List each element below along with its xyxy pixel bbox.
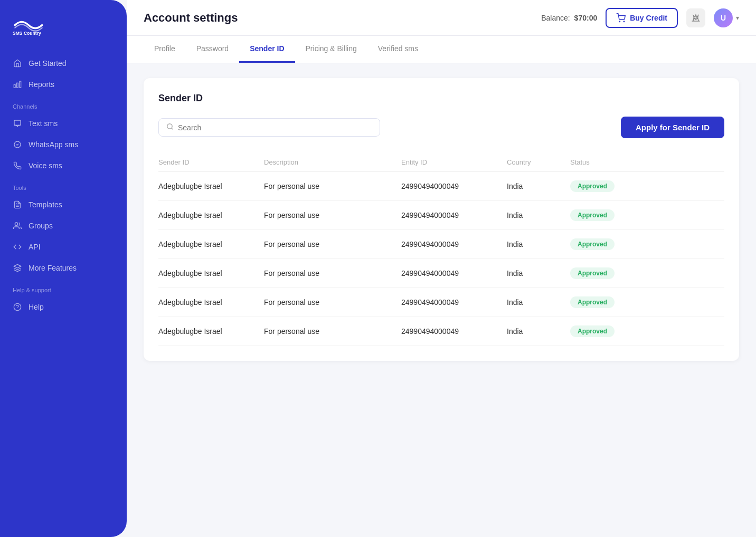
topbar-right: Balance: $70:00 Buy Credit U ▾ <box>541 8 739 28</box>
topbar: Account settings Balance: $70:00 Buy Cre… <box>127 0 756 36</box>
cell-sender-id: Adegbulugbe Israel <box>158 182 264 190</box>
balance-display: Balance: $70:00 <box>541 14 597 22</box>
tab-pricing-billing[interactable]: Pricing & Billing <box>295 36 367 63</box>
sidebar: SMS Country Get Started Reports Channels… <box>0 0 127 537</box>
status-badge: Approved <box>570 267 615 279</box>
search-icon <box>166 123 174 132</box>
logo-area: SMS Country <box>0 0 127 49</box>
sender-id-card: Sender ID Apply for Sender ID Sender ID … <box>144 78 739 361</box>
cell-description: For personal use <box>264 240 401 248</box>
svg-rect-1 <box>20 81 21 88</box>
cell-description: For personal use <box>264 327 401 335</box>
cell-description: For personal use <box>264 269 401 277</box>
table-header: Sender ID Description Entity ID Country … <box>158 153 724 172</box>
message-square-icon <box>13 119 22 128</box>
chevron-down-icon: ▾ <box>736 14 739 22</box>
avatar: U <box>714 8 733 27</box>
cell-country: India <box>507 327 570 335</box>
svg-point-15 <box>167 124 172 129</box>
phone-icon <box>13 161 22 170</box>
status-badge: Approved <box>570 180 615 192</box>
tools-section-label: Tools <box>0 176 127 194</box>
svg-marker-14 <box>694 15 698 19</box>
cell-description: For personal use <box>264 182 401 190</box>
cell-sender-id: Adegbulugbe Israel <box>158 269 264 277</box>
crown-button[interactable] <box>686 8 705 27</box>
sidebar-item-label: Help <box>29 303 44 311</box>
cell-entity-id: 24990494000049 <box>401 182 507 190</box>
col-header-status: Status <box>570 158 634 166</box>
page-title: Account settings <box>144 11 541 25</box>
buy-credit-button[interactable]: Buy Credit <box>606 8 678 28</box>
cell-country: India <box>507 269 570 277</box>
col-header-country: Country <box>507 158 570 166</box>
svg-text:SMS Country: SMS Country <box>13 31 41 36</box>
status-badge: Approved <box>570 296 615 308</box>
apply-for-sender-id-button[interactable]: Apply for Sender ID <box>621 117 724 138</box>
col-header-entity-id: Entity ID <box>401 158 507 166</box>
user-avatar-area[interactable]: U ▾ <box>714 8 739 27</box>
search-input[interactable] <box>178 123 372 132</box>
tab-profile[interactable]: Profile <box>144 36 186 63</box>
col-header-sender-id: Sender ID <box>158 158 264 166</box>
cell-sender-id: Adegbulugbe Israel <box>158 298 264 306</box>
sidebar-item-templates[interactable]: Templates <box>0 194 127 215</box>
sidebar-item-more-features[interactable]: More Features <box>0 257 127 279</box>
sidebar-item-api[interactable]: API <box>0 236 127 257</box>
svg-point-8 <box>15 223 17 225</box>
svg-point-12 <box>619 21 620 22</box>
sidebar-item-reports[interactable]: Reports <box>0 74 127 95</box>
cell-description: For personal use <box>264 298 401 306</box>
sidebar-item-label: Reports <box>29 80 54 89</box>
sidebar-item-text-sms[interactable]: Text sms <box>0 113 127 134</box>
sender-id-title: Sender ID <box>158 93 724 104</box>
code-icon <box>13 242 22 252</box>
sidebar-item-groups[interactable]: Groups <box>0 215 127 236</box>
cell-entity-id: 24990494000049 <box>401 327 507 335</box>
tab-password[interactable]: Password <box>186 36 239 63</box>
sidebar-item-help[interactable]: Help <box>0 296 127 318</box>
sidebar-nav: Get Started Reports Channels Text sms Wh… <box>0 49 127 537</box>
sidebar-item-whatsapp-sms[interactable]: WhatsApp sms <box>0 134 127 155</box>
cell-description: For personal use <box>264 211 401 219</box>
layers-icon <box>13 263 22 273</box>
channels-section-label: Channels <box>0 95 127 113</box>
content-area: Sender ID Apply for Sender ID Sender ID … <box>127 63 756 537</box>
cell-status: Approved <box>570 238 634 250</box>
sidebar-item-voice-sms[interactable]: Voice sms <box>0 155 127 176</box>
cell-sender-id: Adegbulugbe Israel <box>158 211 264 219</box>
cell-country: India <box>507 298 570 306</box>
cell-status: Approved <box>570 296 634 308</box>
cell-country: India <box>507 182 570 190</box>
cell-status: Approved <box>570 325 634 337</box>
cart-icon <box>616 13 626 23</box>
whatsapp-icon <box>13 140 22 149</box>
users-icon <box>13 221 22 231</box>
cell-country: India <box>507 240 570 248</box>
tab-verified-sms[interactable]: Verified sms <box>367 36 429 63</box>
cell-entity-id: 24990494000049 <box>401 298 507 306</box>
sms-country-logo: SMS Country <box>13 15 44 36</box>
file-text-icon <box>13 200 22 209</box>
cell-country: India <box>507 211 570 219</box>
tab-sender-id[interactable]: Sender ID <box>239 36 295 63</box>
home-icon <box>13 59 22 68</box>
sidebar-item-label: Voice sms <box>29 161 62 170</box>
status-badge: Approved <box>570 325 615 337</box>
table-row: Adegbulugbe Israel For personal use 2499… <box>158 259 724 288</box>
status-badge: Approved <box>570 238 615 250</box>
sidebar-item-label: WhatsApp sms <box>29 140 78 149</box>
cell-entity-id: 24990494000049 <box>401 240 507 248</box>
svg-point-13 <box>623 21 625 22</box>
svg-marker-9 <box>14 264 21 268</box>
cell-entity-id: 24990494000049 <box>401 269 507 277</box>
sidebar-item-label: API <box>29 243 41 251</box>
cell-status: Approved <box>570 209 634 221</box>
cell-sender-id: Adegbulugbe Israel <box>158 240 264 248</box>
svg-rect-2 <box>17 83 18 88</box>
sidebar-item-label: Templates <box>29 200 62 209</box>
help-section-label: Help & support <box>0 279 127 296</box>
bar-chart-icon <box>13 80 22 89</box>
sidebar-item-get-started[interactable]: Get Started <box>0 53 127 74</box>
search-box[interactable] <box>158 118 380 137</box>
